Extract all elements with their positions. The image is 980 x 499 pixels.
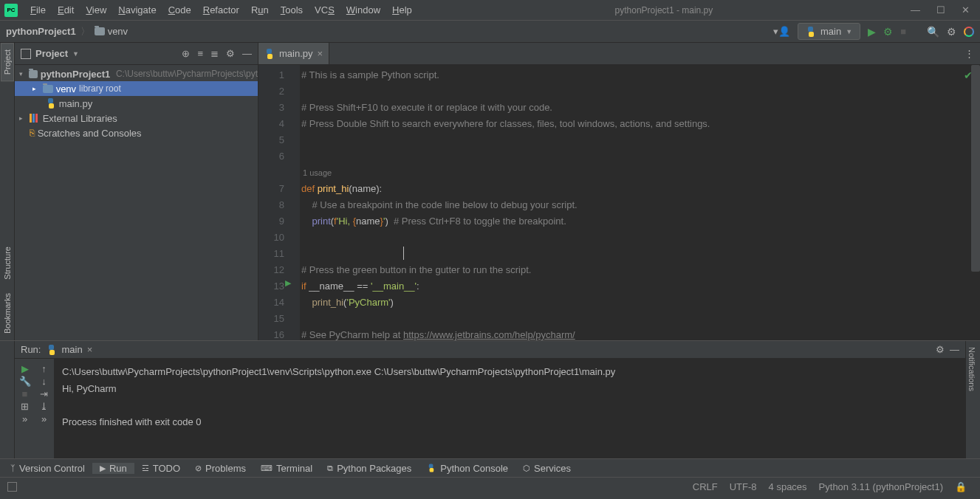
python-icon bbox=[428, 464, 436, 472]
menu-vcs[interactable]: VCS bbox=[309, 2, 340, 18]
python-icon bbox=[46, 98, 56, 109]
tree-row-external-libs[interactable]: ▸ External Libraries bbox=[15, 111, 258, 125]
tree-row-scratches[interactable]: ▸⎘ Scratches and Consoles bbox=[15, 125, 258, 140]
bb-services[interactable]: ⬡Services bbox=[515, 463, 578, 474]
bb-terminal[interactable]: ⌨Terminal bbox=[253, 463, 320, 474]
run-tab-label: main bbox=[61, 344, 82, 355]
search-icon[interactable]: 🔍 bbox=[927, 26, 939, 38]
menu-run[interactable]: Run bbox=[246, 2, 274, 18]
code-content[interactable]: # This is a sample Python script. # Pres… bbox=[300, 65, 980, 340]
breadcrumb: pythonProject1 〉 venv bbox=[6, 25, 128, 38]
wrench-icon[interactable]: 🔧 bbox=[18, 376, 32, 387]
run-panel-header: Run: main × ⚙ — bbox=[15, 341, 965, 359]
menu-file[interactable]: File bbox=[25, 2, 51, 18]
breadcrumb-project[interactable]: pythonProject1 bbox=[6, 26, 76, 37]
bb-run[interactable]: ▶Run bbox=[92, 463, 134, 474]
up-arrow-icon[interactable]: ↑ bbox=[37, 363, 52, 374]
run-side-toolbar: ▶↑ 🔧↓ ■⇥ ⊞⤓ »» bbox=[15, 359, 55, 458]
hide-panel-icon[interactable]: — bbox=[242, 48, 252, 59]
run-output[interactable]: C:\Users\buttw\PycharmProjects\pythonPro… bbox=[55, 359, 965, 458]
bottom-tool-bar: ᛉVersion Control ▶Run ☲TODO ⊘Problems ⌨T… bbox=[0, 458, 980, 477]
line-number-gutter[interactable]: 123 456 78 91011 121314 1516 bbox=[258, 65, 291, 340]
run-config-selector[interactable]: main ▼ bbox=[798, 23, 860, 40]
status-line-separator[interactable]: CRLF bbox=[687, 481, 724, 492]
tree-project-name: pythonProject1 bbox=[41, 69, 111, 80]
debug-button[interactable]: ⚙ bbox=[883, 26, 893, 38]
status-lock-icon[interactable]: 🔒 bbox=[949, 481, 973, 492]
gutter-tab-bookmarks[interactable]: Bookmarks bbox=[1, 286, 14, 340]
editor-tab-label: main.py bbox=[279, 48, 313, 59]
stop-icon[interactable]: ■ bbox=[18, 388, 32, 399]
select-opened-file-icon[interactable]: ⊕ bbox=[182, 48, 190, 59]
text-cursor bbox=[403, 247, 404, 260]
settings-icon[interactable]: ⚙ bbox=[947, 26, 956, 38]
maximize-button[interactable]: ☐ bbox=[936, 4, 945, 16]
editor-scrollbar[interactable] bbox=[971, 65, 980, 272]
editor-tab-strip: main.py × ⋮ bbox=[258, 43, 980, 65]
minimize-button[interactable]: — bbox=[911, 4, 920, 16]
tree-file-name: main.py bbox=[59, 98, 93, 109]
bb-todo[interactable]: ☲TODO bbox=[134, 463, 188, 474]
bb-version-control[interactable]: ᛉVersion Control bbox=[3, 463, 92, 474]
menu-view[interactable]: View bbox=[80, 2, 112, 18]
usage-hint[interactable]: 1 usage bbox=[301, 165, 980, 181]
status-indent[interactable]: 4 spaces bbox=[763, 481, 813, 492]
run-panel: Run: main × ⚙ — ▶↑ 🔧↓ ■⇥ ⊞⤓ »» C:\Users\… bbox=[0, 340, 980, 458]
run-panel-settings-icon[interactable]: ⚙ bbox=[936, 344, 945, 355]
code-with-me-icon[interactable] bbox=[964, 27, 974, 37]
run-gutter-icon[interactable]: ▶ bbox=[285, 278, 291, 288]
project-panel: Project ▼ ⊕ ≡ ≣ ⚙ — ▾ pythonProject1 C:\… bbox=[15, 43, 258, 340]
python-icon bbox=[806, 27, 816, 37]
menu-code[interactable]: Code bbox=[163, 2, 196, 18]
menu-window[interactable]: Window bbox=[341, 2, 386, 18]
panel-settings-icon[interactable]: ⚙ bbox=[226, 48, 235, 59]
editor-tab-menu-icon[interactable]: ⋮ bbox=[959, 43, 980, 64]
menu-refactor[interactable]: Refactor bbox=[198, 2, 244, 18]
menu-navigate[interactable]: Navigate bbox=[113, 2, 161, 18]
breadcrumb-folder[interactable]: venv bbox=[95, 26, 128, 37]
add-config-icon[interactable]: ▾👤 bbox=[773, 26, 790, 37]
code-area[interactable]: 123 456 78 91011 121314 1516 ▶ # This is… bbox=[258, 65, 980, 340]
gutter-tab-structure[interactable]: Structure bbox=[1, 240, 14, 286]
title-bar: PC File Edit View Navigate Code Refactor… bbox=[0, 0, 980, 21]
bb-problems[interactable]: ⊘Problems bbox=[188, 463, 253, 474]
layout-icon[interactable]: ⊞ bbox=[18, 401, 32, 412]
project-panel-selector[interactable]: Project ▼ bbox=[21, 48, 182, 59]
status-tool-windows-icon[interactable] bbox=[7, 482, 17, 492]
more-icon[interactable]: » bbox=[18, 413, 32, 424]
close-run-tab-icon[interactable]: × bbox=[87, 344, 93, 355]
tree-row-main-file[interactable]: main.py bbox=[15, 96, 258, 111]
status-encoding[interactable]: UTF-8 bbox=[724, 481, 763, 492]
gutter-tab-project[interactable]: Project bbox=[1, 43, 14, 81]
editor-tab-main[interactable]: main.py × bbox=[258, 43, 329, 64]
close-window-button[interactable]: ✕ bbox=[962, 4, 970, 16]
close-tab-icon[interactable]: × bbox=[318, 48, 323, 59]
scroll-end-icon[interactable]: ⤓ bbox=[37, 401, 52, 412]
menu-edit[interactable]: Edit bbox=[52, 2, 79, 18]
soft-wrap-icon[interactable]: ⇥ bbox=[37, 388, 52, 399]
stop-button: ■ bbox=[900, 26, 906, 37]
editor: main.py × ⋮ 123 456 78 91011 121314 1516… bbox=[258, 43, 980, 340]
rerun-icon[interactable]: ▶ bbox=[18, 363, 32, 374]
tree-extlib-label: External Libraries bbox=[43, 113, 117, 124]
tree-row-project-root[interactable]: ▾ pythonProject1 C:\Users\buttw\PycharmP… bbox=[15, 66, 258, 81]
left-tool-gutter: Project Structure Bookmarks bbox=[0, 43, 15, 340]
menu-tools[interactable]: Tools bbox=[275, 2, 308, 18]
gutter-tab-notifications[interactable]: Notifications bbox=[966, 341, 978, 397]
help-link[interactable]: https://www.jetbrains.com/help/pycharm/ bbox=[403, 329, 575, 340]
menu-help[interactable]: Help bbox=[387, 2, 417, 18]
fold-gutter[interactable]: ▶ bbox=[291, 65, 300, 340]
bb-python-console[interactable]: Python Console bbox=[419, 463, 515, 474]
expand-all-icon[interactable]: ≡ bbox=[197, 48, 203, 59]
bb-python-packages[interactable]: ⧉Python Packages bbox=[320, 463, 419, 474]
run-button[interactable]: ▶ bbox=[868, 26, 876, 38]
run-tab-main[interactable]: main × bbox=[41, 343, 98, 357]
collapse-all-icon[interactable]: ≣ bbox=[210, 48, 219, 59]
breadcrumb-folder-label: venv bbox=[108, 26, 128, 37]
tree-row-venv[interactable]: ▸ venvlibrary root bbox=[15, 81, 258, 96]
status-interpreter[interactable]: Python 3.11 (pythonProject1) bbox=[813, 481, 949, 492]
project-panel-header: Project ▼ ⊕ ≡ ≣ ⚙ — bbox=[15, 43, 258, 65]
more2-icon[interactable]: » bbox=[37, 413, 52, 424]
down-arrow-icon[interactable]: ↓ bbox=[37, 376, 52, 387]
hide-run-panel-icon[interactable]: — bbox=[950, 344, 959, 355]
